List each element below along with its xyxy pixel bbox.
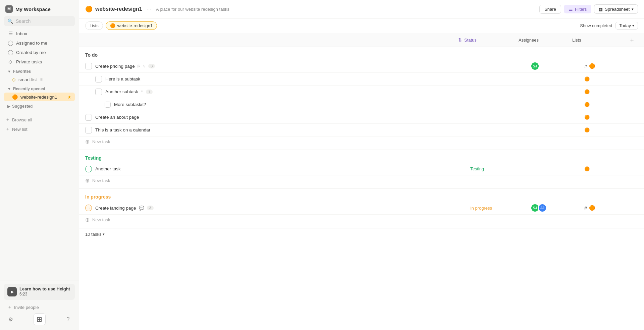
avatar-jj-t5: JJ — [538, 204, 547, 212]
recently-opened-section[interactable]: ▼ Recently opened — [4, 84, 75, 93]
task-checkbox-t2[interactable] — [85, 114, 92, 121]
table-row: More subtasks? 🟠 — [79, 98, 644, 111]
task-name-t2: Create an about page — [95, 115, 470, 120]
status-t5: In progress — [470, 206, 531, 211]
smartlist-filter-icon: ≡ — [40, 77, 43, 82]
table-row: Create an about page 🟠 — [79, 111, 644, 124]
task-name-t1s3: More subtasks? — [114, 102, 470, 107]
topbar: 🟠 website-redesign1 ··· A place for our … — [79, 0, 644, 18]
suggested-chevron: ▶ — [7, 104, 10, 109]
task-count-chevron: ▾ — [103, 232, 105, 236]
recently-opened-label: Recently opened — [13, 87, 45, 91]
invite-people-btn[interactable]: ＋ Invite people — [4, 302, 75, 312]
add-task-btn[interactable]: ⊞ — [34, 313, 46, 325]
workspace-header[interactable]: M My Workspace — [4, 3, 75, 15]
workspace-label: My Workspace — [15, 6, 51, 12]
section-testing: Testing Another task Testing 🟠 ⊕ New tas… — [79, 150, 644, 189]
task-checkbox-t1s3[interactable] — [105, 102, 111, 108]
task-checkbox-t1s2[interactable] — [95, 89, 102, 95]
new-task-label-testing: New task — [92, 178, 110, 183]
section-inprogress: In progress → Create landing page 💬 3 In… — [79, 189, 644, 228]
new-task-icon-testing: ⊕ — [85, 177, 90, 184]
sidebar-label-assigned: Assigned to me — [16, 41, 47, 46]
sidebar-label-inbox: Inbox — [16, 31, 27, 36]
section-todo: To do Create pricing page ⎘ ⑂ 3 SJ # 🟠 — [79, 47, 644, 150]
search-icon: 🔍 — [7, 18, 13, 24]
new-task-btn-todo[interactable]: ⊕ New task — [79, 136, 644, 147]
assignees-t1: SJ — [531, 62, 584, 70]
task-checkbox-t1[interactable] — [85, 63, 92, 69]
today-btn[interactable]: Today ▾ — [615, 22, 638, 30]
copy-icon[interactable]: ⎘ — [138, 64, 140, 69]
task-name-t5: Create landing page 💬 3 — [95, 206, 470, 211]
main-content: 🟠 website-redesign1 ··· A place for our … — [79, 0, 644, 330]
project-menu-btn[interactable]: ··· — [145, 5, 153, 13]
list-star-t1s2: 🟠 — [584, 89, 590, 94]
breadcrumb-project-icon: 🟠 — [110, 23, 115, 28]
settings-btn[interactable]: ⚙ — [5, 314, 16, 325]
favorites-chevron: ▼ — [7, 69, 11, 73]
table-row: Another subtask ⑂ 1 🟠 — [79, 86, 644, 98]
share-button[interactable]: Share — [539, 5, 561, 14]
list-hash-t1: # — [584, 63, 587, 69]
status-t4: Testing — [470, 166, 531, 171]
col-status-header[interactable]: ⇅ Status — [458, 37, 519, 43]
task-name-t1s2: Another subtask ⑂ 1 — [105, 89, 470, 94]
sidebar-item-website-redesign[interactable]: 🟠 website-redesign1 ★ — [4, 93, 75, 101]
browse-all-btn[interactable]: ＋ Browse all — [3, 115, 75, 124]
sidebar-item-created[interactable]: ◯ Created by me — [4, 48, 75, 57]
section-inprogress-header: In progress — [79, 189, 644, 202]
star-icon: ★ — [67, 95, 71, 100]
filter-icon: ⚌ — [569, 6, 573, 12]
settings-icon: ⚙ — [8, 316, 13, 323]
breadcrumb-project[interactable]: 🟠 website-redesign1 — [106, 21, 157, 30]
task-count[interactable]: 10 tasks ▾ — [85, 232, 105, 237]
today-chevron: ▾ — [632, 23, 634, 28]
sidebar-item-smartlist[interactable]: ◇ smart-list ≡ — [4, 75, 75, 84]
filters-button[interactable]: ⚌ Filters — [564, 5, 591, 13]
table-row: Here is a subtask 🟠 — [79, 73, 644, 86]
spreadsheet-button[interactable]: ▦ Spreadsheet ▾ — [594, 4, 638, 14]
private-icon: ◇ — [7, 59, 13, 65]
new-list-btn[interactable]: ＋ New list — [3, 125, 75, 133]
smartlist-icon: ◇ — [12, 77, 16, 82]
task-checkbox-t3[interactable] — [85, 127, 92, 133]
breadcrumb-lists[interactable]: Lists — [85, 21, 103, 30]
help-btn[interactable]: ? — [63, 314, 73, 325]
created-icon: ◯ — [7, 49, 13, 55]
spreadsheet-chevron: ▾ — [632, 7, 634, 11]
lists-t1s3: 🟠 — [584, 102, 638, 107]
new-task-btn-testing[interactable]: ⊕ New task — [79, 175, 644, 186]
new-task-btn-inprogress[interactable]: ⊕ New task — [79, 215, 644, 225]
inbox-icon: ☰ — [7, 31, 13, 37]
col-assignees-header: Assignees — [519, 38, 572, 43]
browse-all-icon: ＋ — [5, 117, 10, 123]
sidebar-item-assigned[interactable]: ◯ Assigned to me — [4, 38, 75, 48]
subtask-icon-t1s2: ⑂ — [141, 90, 143, 94]
table-row: Another task Testing 🟠 — [79, 163, 644, 175]
comment-icon-t5: 💬 — [139, 206, 144, 211]
task-name-t1: Create pricing page ⎘ ⑂ 3 — [95, 64, 470, 69]
suggested-section[interactable]: ▶ Suggested — [4, 101, 75, 110]
smartlist-label: smart-list — [18, 77, 37, 82]
sidebar-item-inbox[interactable]: ☰ Inbox — [4, 29, 75, 38]
col-add-header[interactable]: ＋ — [626, 36, 638, 44]
play-button[interactable]: ▶ — [7, 287, 17, 296]
new-task-label-todo: New task — [92, 139, 110, 144]
search-bar[interactable]: 🔍 Search — [4, 16, 75, 26]
favorites-section[interactable]: ▼ Favorites — [4, 66, 75, 75]
section-todo-title: To do — [85, 52, 98, 58]
sidebar-item-private[interactable]: ◇ Private tasks — [4, 57, 75, 66]
show-completed-btn[interactable]: Show completed — [580, 23, 612, 28]
new-list-label: New list — [12, 127, 28, 132]
task-checkbox-t1s1[interactable] — [95, 76, 102, 82]
list-star-t3: 🟠 — [584, 127, 590, 132]
list-hash-t5: # — [584, 205, 587, 211]
add-icon: ⊞ — [37, 315, 42, 323]
task-checkbox-t4[interactable] — [85, 166, 92, 172]
learn-box[interactable]: ▶ Learn how to use Height 6:23 — [4, 284, 75, 300]
new-task-icon-inprogress: ⊕ — [85, 217, 90, 223]
lists-t3: 🟠 — [584, 127, 638, 132]
section-testing-header: Testing — [79, 150, 644, 163]
task-checkbox-t5[interactable]: → — [85, 205, 92, 211]
